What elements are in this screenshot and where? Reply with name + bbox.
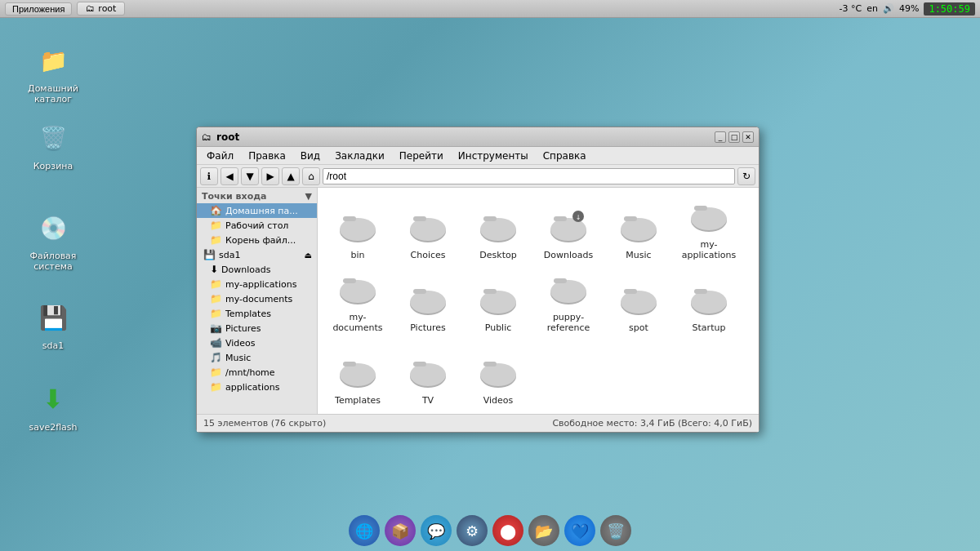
sidebar-item-root[interactable]: 📁 Корень файл...	[197, 233, 317, 247]
forward-button[interactable]: ▶	[261, 167, 279, 185]
file-icon-videos[interactable]: Videos	[465, 340, 532, 409]
sidebar-toggle-icon[interactable]: ▼	[305, 191, 312, 202]
folder-svg-templates	[335, 347, 381, 393]
minimize-button[interactable]: _	[715, 131, 726, 143]
pictures-sidebar-icon: 📷	[210, 322, 222, 334]
dock-btn-red[interactable]: ⬤	[492, 515, 523, 546]
folder-svg-pictures	[405, 274, 451, 320]
folder-image-templates	[335, 347, 381, 393]
info-button[interactable]: ℹ	[200, 167, 218, 185]
folder-image-choices	[405, 202, 451, 247]
home-sidebar-icon: 🏠	[210, 205, 222, 216]
sidebar-item-sda1[interactable]: 💾 sda1 ⏏	[197, 247, 317, 262]
close-button[interactable]: ✕	[742, 131, 754, 143]
sidebar-item-downloads[interactable]: ⬇ Downloads	[197, 262, 317, 277]
maximize-button[interactable]: □	[728, 131, 740, 143]
menu-go[interactable]: Перейти	[393, 149, 450, 163]
window-taskbar-btn[interactable]: 🗂 root	[77, 2, 125, 16]
file-icon-startup[interactable]: Startup	[675, 267, 742, 336]
sidebar-item-applications[interactable]: 📁 applications	[197, 380, 317, 394]
folder-image-spot	[616, 274, 662, 320]
dock-btn-files[interactable]: 📂	[528, 515, 559, 546]
file-icon-my-applications[interactable]: my-applications	[675, 194, 742, 264]
svg-rect-16	[624, 216, 637, 221]
svg-rect-37	[694, 289, 707, 294]
home-button[interactable]: ⌂	[302, 167, 320, 185]
fm-statusbar: 15 элементов (76 скрыто) Свободное место…	[197, 414, 759, 432]
file-icon-public[interactable]: Public	[465, 267, 532, 336]
sidebar-item-pictures[interactable]: 📷 Pictures	[197, 321, 317, 335]
folder-svg-videos	[475, 347, 521, 393]
applications-menu-button[interactable]: Приложения	[5, 2, 72, 16]
file-icon-music[interactable]: Music	[605, 194, 672, 264]
menu-view[interactable]: Вид	[294, 149, 327, 163]
sidebar-section-label: Точки входа ▼	[197, 188, 317, 203]
dock-btn-trash[interactable]: 🗑️	[600, 515, 631, 546]
sidebar-item-myapps[interactable]: 📁 my-applications	[197, 277, 317, 291]
svg-rect-46	[483, 362, 497, 367]
save2flash-icon: ⬇	[33, 380, 73, 419]
reload-button[interactable]: ↻	[737, 167, 755, 185]
battery-display: 49%	[899, 3, 919, 14]
folder-image-public	[475, 274, 521, 320]
address-bar[interactable]	[323, 168, 735, 184]
desktop-icon-trash[interactable]: 🗑️ Корзина	[24, 118, 82, 171]
sda1-icon: 💾	[33, 298, 73, 337]
folder-svg-startup	[686, 274, 732, 320]
desktop-icon-sda1[interactable]: 💾 sda1	[24, 298, 82, 351]
file-icon-downloads[interactable]: ↓Downloads	[535, 194, 602, 264]
videos-sidebar-icon: 📹	[210, 337, 222, 349]
fm-sidebar: Точки входа ▼ 🏠 Домашняя па... 📁 Рабочий…	[197, 188, 318, 414]
dock-btn-blue[interactable]: 💙	[564, 515, 595, 546]
svg-point-1	[340, 218, 376, 241]
dock-btn-package[interactable]: 📦	[385, 515, 416, 546]
file-icon-tv[interactable]: TV	[394, 340, 461, 409]
menu-bookmarks[interactable]: Закладки	[328, 149, 391, 163]
down-button[interactable]: ▼	[241, 167, 259, 185]
file-icon-pictures[interactable]: Pictures	[394, 267, 461, 336]
file-icon-templates[interactable]: Templates	[324, 340, 391, 409]
dock-btn-browser[interactable]: 🌐	[349, 515, 380, 546]
menu-edit[interactable]: Правка	[242, 149, 292, 163]
desktop-icon-filesystem[interactable]: 💿 Файловаясистема	[24, 208, 82, 272]
eject-icon[interactable]: ⏏	[305, 251, 312, 260]
downloads-sidebar-icon: ⬇	[210, 264, 218, 275]
sidebar-item-templates[interactable]: 📁 Templates	[197, 306, 317, 321]
folder-image-bin	[335, 202, 381, 247]
dock-btn-chat[interactable]: 💬	[421, 515, 452, 546]
menu-file[interactable]: Файл	[200, 149, 240, 163]
file-icon-bin[interactable]: bin	[324, 194, 391, 264]
desktop-sidebar-icon: 📁	[210, 220, 222, 231]
folder-svg-spot	[616, 274, 662, 320]
menu-help[interactable]: Справка	[537, 149, 593, 163]
dock-btn-settings[interactable]: ⚙️	[457, 515, 488, 546]
sidebar-item-videos[interactable]: 📹 Videos	[197, 335, 317, 350]
svg-rect-2	[343, 216, 356, 221]
folder-svg-public	[475, 274, 521, 320]
sidebar-item-music[interactable]: 🎵 Music	[197, 350, 317, 365]
status-items-count: 15 элементов (76 скрыто)	[203, 418, 326, 429]
desktop-icon-save2flash[interactable]: ⬇ save2flash	[24, 380, 82, 433]
desktop-icon-home[interactable]: 📁 Домашнийкаталог	[24, 41, 82, 104]
file-icon-spot[interactable]: spot	[605, 267, 672, 336]
temperature-display: -3 °C	[840, 3, 862, 14]
file-icon-choices[interactable]: Choices	[394, 194, 461, 264]
back-button[interactable]: ◀	[220, 167, 238, 185]
fm-window-icon: 🗂	[202, 131, 212, 143]
sidebar-item-mnthome[interactable]: 📁 /mnt/home	[197, 365, 317, 380]
up-button[interactable]: ▲	[282, 167, 300, 185]
volume-icon[interactable]: 🔊	[883, 3, 894, 14]
file-label: my-applications	[677, 239, 741, 260]
menu-tools[interactable]: Инструменты	[452, 149, 535, 163]
svg-point-42	[410, 363, 446, 386]
root-sidebar-icon: 📁	[210, 234, 222, 246]
folder-image-music	[616, 202, 662, 247]
sidebar-item-mydocs[interactable]: 📁 my-documents	[197, 291, 317, 306]
sidebar-item-desktop[interactable]: 📁 Рабочий стол	[197, 218, 317, 233]
file-icon-my-documents[interactable]: my-documents	[324, 267, 391, 336]
svg-rect-22	[343, 278, 356, 283]
file-icon-puppy-reference[interactable]: puppy-reference	[535, 267, 602, 336]
templates-sidebar-icon: 📁	[210, 308, 222, 319]
sidebar-item-home[interactable]: 🏠 Домашняя па...	[197, 203, 317, 218]
file-icon-desktop[interactable]: Desktop	[465, 194, 532, 264]
